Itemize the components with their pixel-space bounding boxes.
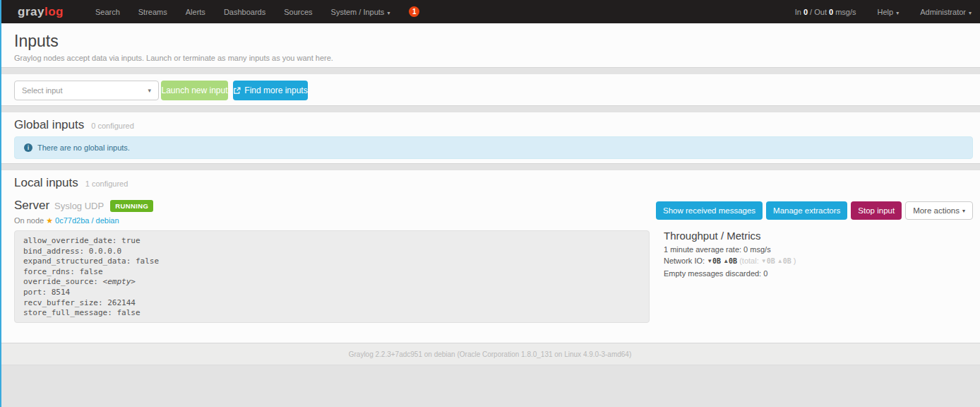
local-inputs-title: Local inputs1 configured [14, 176, 128, 190]
info-icon: i [24, 143, 32, 152]
local-inputs-title-text: Local inputs [14, 176, 78, 189]
input-actions: Show received messages Manage extractors… [656, 201, 973, 220]
stop-input-button[interactable]: Stop input [851, 201, 902, 220]
download-arrow-icon: ▼ [761, 258, 767, 264]
nav-item-streams[interactable]: Streams [129, 8, 177, 16]
node-label: On node [14, 216, 44, 225]
chevron-down-icon: ▾ [962, 208, 965, 214]
show-received-messages-button[interactable]: Show received messages [656, 201, 763, 220]
no-global-inputs-message: There are no global inputs. [37, 143, 130, 152]
io-out-value: 0 [829, 8, 833, 16]
graylog-logo[interactable]: graylog [18, 5, 64, 19]
local-inputs-count: 1 configured [85, 179, 129, 188]
global-inputs-section: Global inputs0 configured i There are no… [0, 112, 980, 164]
user-menu[interactable]: Administrator▾ [920, 8, 972, 16]
page-subtitle: Graylog nodes accept data via inputs. La… [14, 54, 333, 62]
io-unit: msg/s [835, 8, 856, 16]
node-link[interactable]: 0c77d2ba / debian [55, 216, 119, 225]
input-launcher-band: Select input ▾ Launch new input Find mor… [0, 73, 980, 106]
network-total-label: (total: [739, 256, 759, 265]
metrics-empty-discarded-line: Empty messages discarded: 0 [664, 269, 796, 278]
top-navbar: graylog Search Streams Alerts Dashboards… [0, 0, 980, 23]
global-inputs-count: 0 configured [91, 122, 134, 130]
select-input-dropdown[interactable]: Select input ▾ [14, 81, 159, 100]
global-inputs-title: Global inputs0 configured [14, 118, 134, 132]
metrics-title: Throughput / Metrics [664, 230, 796, 242]
external-link-icon [233, 87, 241, 95]
logo-text-log: log [44, 5, 64, 18]
launch-new-input-button[interactable]: Launch new input [161, 81, 228, 100]
input-name: Server [14, 199, 49, 213]
network-total-group: (total: ▼0B ▲0B ) [739, 256, 796, 265]
config-line: expand_structured_data: false [23, 256, 640, 267]
nav-item-search[interactable]: Search [86, 8, 129, 16]
network-up-value: 0B [729, 257, 737, 265]
status-badge: RUNNING [110, 200, 153, 212]
download-arrow-icon: ▼ [707, 258, 712, 264]
find-more-inputs-label: Find more inputs [244, 85, 307, 95]
config-line: port: 8514 [23, 288, 640, 298]
config-line: recv_buffer_size: 262144 [23, 298, 640, 309]
nav-item-alerts[interactable]: Alerts [177, 8, 215, 16]
io-in-label: In [795, 8, 801, 16]
network-total-up-value: 0B [783, 257, 791, 265]
user-label: Administrator [920, 8, 966, 16]
config-line: bind_address: 0.0.0.0 [23, 247, 640, 257]
find-more-inputs-button[interactable]: Find more inputs [233, 81, 308, 100]
throughput-metrics: Throughput / Metrics 1 minute average ra… [664, 230, 796, 281]
chevron-down-icon: ▾ [969, 10, 972, 16]
config-line: store_full_message: false [23, 308, 640, 319]
config-line: override_source: <empty> [23, 277, 640, 288]
no-global-inputs-alert: i There are no global inputs. [14, 136, 973, 159]
throughput-counter: In 0 / Out 0 msg/s [795, 8, 856, 16]
global-inputs-title-text: Global inputs [14, 118, 84, 131]
chevron-down-icon: ▾ [387, 10, 390, 16]
more-actions-button[interactable]: More actions▾ [905, 201, 973, 220]
io-out-label: / Out [810, 8, 827, 16]
footer: Graylog 2.2.3+7adc951 on debian (Oracle … [0, 343, 980, 365]
network-down-value: 0B [712, 257, 721, 265]
io-in-value: 0 [803, 8, 808, 16]
network-io-label: Network IO: [664, 256, 705, 265]
upload-arrow-icon: ▲ [723, 258, 729, 264]
chevron-down-icon: ▾ [148, 87, 151, 94]
config-line: allow_override_date: true [23, 236, 640, 247]
star-icon: ★ [46, 216, 53, 225]
config-line: force_rdns: false [23, 267, 640, 278]
help-label: Help [878, 8, 894, 16]
upload-arrow-icon: ▲ [777, 258, 783, 264]
input-configuration-well: allow_override_date: true bind_address: … [14, 230, 650, 323]
node-line: On node★0c77d2ba / debian [14, 216, 119, 225]
input-type: Syslog UDP [54, 201, 104, 211]
manage-extractors-button[interactable]: Manage extractors [766, 201, 847, 220]
more-actions-label: More actions [913, 206, 960, 215]
network-total-down-value: 0B [767, 257, 775, 265]
nav-item-label: System / Inputs [331, 8, 385, 16]
help-menu[interactable]: Help▾ [878, 8, 900, 16]
chevron-down-icon: ▾ [896, 10, 899, 16]
nav-item-dashboards[interactable]: Dashboards [215, 8, 275, 16]
network-total-close: ) [794, 256, 796, 265]
page-header-band: Inputs Graylog nodes accept data via inp… [0, 23, 980, 68]
nav-item-sources[interactable]: Sources [275, 8, 321, 16]
local-inputs-section: Local inputs1 configured Server Syslog U… [0, 170, 980, 343]
notification-badge[interactable]: 1 [409, 6, 419, 17]
logo-text-gray: gray [18, 5, 44, 18]
navbar-right: In 0 / Out 0 msg/s Help▾ Administrator▾ [795, 8, 972, 16]
window-edge-accent [0, 0, 1, 407]
nav-menu: Search Streams Alerts Dashboards Sources… [86, 0, 399, 23]
select-input-placeholder: Select input [22, 86, 62, 95]
page-title: Inputs [14, 32, 59, 51]
metrics-rate-line: 1 minute average rate: 0 msg/s [664, 245, 796, 254]
metrics-network-line: Network IO: ▼0B ▲0B (total: ▼0B ▲0B ) [664, 256, 796, 266]
nav-item-system-inputs[interactable]: System / Inputs▾ [322, 8, 400, 16]
input-row-header: Server Syslog UDP RUNNING [14, 199, 153, 213]
footer-version-text: Graylog 2.2.3+7adc951 on debian (Oracle … [349, 350, 632, 358]
